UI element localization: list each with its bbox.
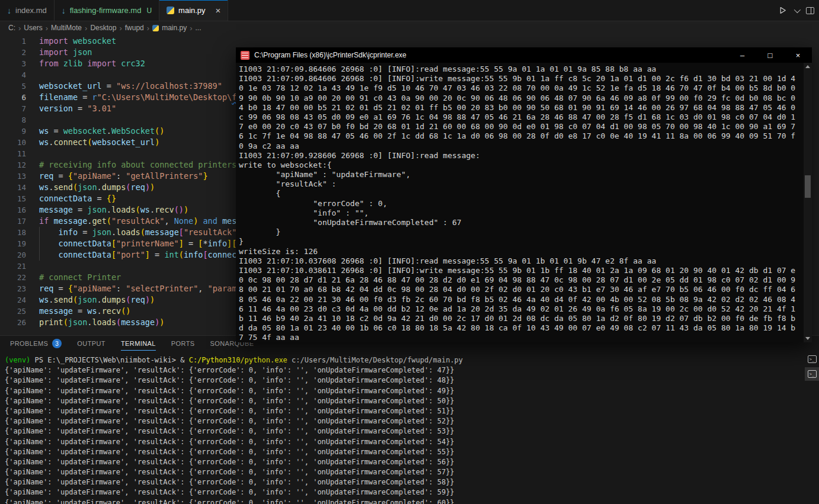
line-number: 26	[0, 317, 26, 328]
panel-tab-label: PROBLEMS	[10, 340, 48, 347]
play-icon	[778, 6, 787, 15]
line-number: 19	[0, 238, 26, 249]
console-log-line: }	[239, 227, 804, 237]
console-log-line: 6 1c 7f 1e 04 98 88 47 05 46 00 2f 1c dd…	[239, 131, 804, 141]
console-log-line: writeSize is: 126	[239, 247, 804, 256]
line-number: 17	[0, 216, 26, 227]
terminal-command-line: (venv) PS E:\_PROJECTS\Web\niimbot-wiki>…	[5, 355, 805, 365]
terminal-output-line: {'apiName': 'updateFirmware', 'resultAck…	[5, 386, 805, 396]
tab-flashing-firmware.md[interactable]: ↓flashing-firmware.mdU	[55, 0, 159, 21]
run-button[interactable]	[778, 6, 787, 15]
panel-tab-ports[interactable]: PORTS	[171, 336, 195, 351]
breadcrumb-item-Users[interactable]: Users	[24, 24, 42, 32]
breadcrumb-separator-icon: ›	[18, 24, 21, 33]
scrollbar-thumb[interactable]	[805, 175, 811, 198]
tab-main.py[interactable]: main.py×	[159, 0, 228, 21]
split-editor-button[interactable]	[806, 7, 814, 14]
console-log-line: I1003 21:07:10.038611 26968 :0] [INFO]:w…	[239, 266, 804, 275]
markdown-file-icon: ↓	[62, 7, 66, 15]
line-number: 10	[0, 137, 26, 148]
tab-label: main.py	[178, 6, 206, 15]
terminal-output-line: {'apiName': 'updateFirmware', 'resultAck…	[5, 365, 805, 375]
terminal-output-line: {'apiName': 'updateFirmware', 'resultAck…	[5, 477, 805, 487]
close-tab-icon[interactable]: ×	[216, 6, 221, 15]
split-editor-icon	[806, 7, 814, 14]
console-log-line: "info" : "",	[239, 208, 804, 218]
terminal-output-line: {'apiName': 'updateFirmware', 'resultAck…	[5, 498, 805, 504]
terminal-instance-item-selected[interactable]: >_	[805, 367, 819, 381]
line-number: 6	[0, 92, 26, 103]
minimize-button[interactable]: –	[728, 47, 756, 63]
maximize-button[interactable]: □	[756, 47, 784, 63]
console-log-line: "apiName" : "updateFirmware",	[239, 170, 804, 179]
terminal-output-line: {'apiName': 'updateFirmware', 'resultAck…	[5, 375, 805, 386]
tab-label: flashing-firmware.md	[70, 6, 142, 15]
console-log-line: 0 1e 03 78 12 02 1a 43 49 1e f9 d5 10 46…	[239, 84, 804, 93]
breadcrumb-label: C:	[8, 24, 15, 32]
console-log-line: "onUpdateFirmwareCompleted" : 67	[239, 218, 804, 227]
line-number: 7	[0, 103, 26, 114]
line-number: 24	[0, 294, 26, 306]
console-log-line: 8 00 21 01 70 a0 68 b8 42 04 dd 0c 98 00…	[239, 285, 804, 294]
console-titlebar[interactable]: C:\Program Files (x86)\jcPrinterSdk\jcpr…	[236, 47, 812, 63]
line-number: 8	[0, 114, 26, 126]
terminal-output-line: {'apiName': 'updateFirmware', 'resultAck…	[5, 487, 805, 497]
line-number: 2	[0, 47, 26, 58]
console-log-line: 9 90 0b 90 10 a9 00 20 00 91 c0 43 0a 90…	[239, 94, 804, 103]
console-log-line: I1003 21:07:09.864606 26968 :0] [INFO]:r…	[239, 65, 804, 74]
breadcrumb-item-main.py[interactable]: main.py	[152, 24, 187, 32]
tab-index.md[interactable]: ↓index.md	[0, 0, 55, 21]
panel-tab-label: PORTS	[171, 340, 195, 347]
chevron-down-icon	[794, 6, 801, 12]
line-number: 18	[0, 227, 26, 238]
breadcrumb-item-fwupd[interactable]: fwupd	[125, 24, 144, 32]
breadcrumb-item-Desktop[interactable]: Desktop	[90, 24, 116, 32]
breadcrumb-item-C:[interactable]: C:	[8, 24, 15, 32]
terminal-instance-item[interactable]: >_	[805, 352, 819, 366]
bottom-panel: PROBLEMS3OUTPUTTERMINALPORTSSONARQUBE (v…	[0, 335, 819, 504]
console-log-line: 6 11 46 4a 00 23 d0 c3 0d 4a 00 dd b2 12…	[239, 304, 804, 314]
breadcrumb-separator-icon: ›	[190, 24, 192, 33]
breadcrumb-item-...[interactable]: ...	[196, 24, 201, 32]
tab-label: index.md	[15, 6, 47, 15]
panel-tab-problems[interactable]: PROBLEMS3	[10, 336, 62, 351]
line-number: 21	[0, 261, 26, 272]
panel-tab-terminal[interactable]: TERMINAL	[121, 336, 156, 351]
line-number: 9	[0, 126, 26, 137]
terminal-tabs-list: >_ >_	[805, 352, 819, 381]
terminal-output-line: {'apiName': 'updateFirmware', 'resultAck…	[5, 447, 805, 457]
line-number: 16	[0, 204, 26, 216]
line-number: 1	[0, 36, 26, 47]
console-log-line: 7 75 4f aa aa	[239, 333, 804, 342]
breadcrumb-label: main.py	[162, 24, 187, 32]
console-log-line: c 99 06 98 08 43 05 d0 09 e0 a1 69 76 1c…	[239, 113, 804, 122]
run-dropdown-button[interactable]	[794, 8, 799, 13]
scroll-up-arrow-icon[interactable]	[805, 65, 810, 68]
scroll-down-arrow-icon[interactable]	[805, 337, 810, 340]
line-number: 14	[0, 182, 26, 193]
panel-tab-output[interactable]: OUTPUT	[77, 336, 105, 351]
terminal[interactable]: (venv) PS E:\_PROJECTS\Web\niimbot-wiki>…	[0, 351, 805, 504]
console-log-line: {	[239, 189, 804, 198]
console-window[interactable]: C:\Program Files (x86)\jcPrinterSdk\jcpr…	[236, 47, 812, 342]
console-log-line: b 11 46 b9 40 2a 41 10 18 c2 0d 9a 42 21…	[239, 314, 804, 323]
line-number: 20	[0, 249, 26, 261]
breadcrumb-separator-icon: ›	[119, 24, 121, 33]
terminal-output-line: {'apiName': 'updateFirmware', 'resultAck…	[5, 467, 805, 477]
close-button[interactable]: ×	[784, 47, 812, 63]
line-number: 3	[0, 58, 26, 69]
powershell-terminal-icon: >_	[808, 370, 817, 378]
tab-strip: ↓index.md↓flashing-firmware.mdUmain.py×	[0, 0, 228, 21]
line-number: 23	[0, 283, 26, 294]
console-scrollbar[interactable]	[804, 63, 812, 342]
breadcrumb-label: Desktop	[90, 24, 116, 32]
terminal-output: {'apiName': 'updateFirmware', 'resultAck…	[5, 365, 805, 504]
line-number: 25	[0, 306, 26, 317]
console-log-line: d da 05 80 1a 01 23 40 00 1b 06 c0 18 80…	[239, 323, 804, 333]
breadcrumb-item-MultiMote[interactable]: MultiMote	[51, 24, 82, 32]
console-log-line: "resultAck" :	[239, 179, 804, 189]
console-log-line: I1003 21:07:09.928606 26968 :0] [INFO]:r…	[239, 151, 804, 160]
console-log-line: 0 9a c2 aa aa	[239, 142, 804, 151]
tab-bar: ↓index.md↓flashing-firmware.mdUmain.py×	[0, 0, 819, 21]
editor-actions	[778, 0, 814, 21]
